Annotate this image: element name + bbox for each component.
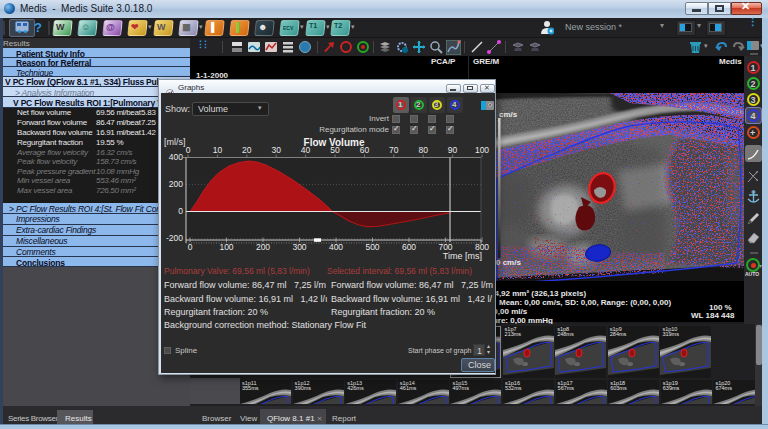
svg-text:40: 40	[301, 145, 311, 155]
svg-text:400: 400	[329, 242, 343, 252]
svg-text:50: 50	[330, 145, 340, 155]
svg-text:200: 200	[256, 242, 270, 252]
svg-text:70: 70	[389, 145, 399, 155]
svg-text:500: 500	[365, 242, 379, 252]
svg-text:100: 100	[219, 242, 233, 252]
svg-text:-200: -200	[166, 233, 183, 243]
svg-text:0: 0	[178, 206, 183, 216]
svg-text:Time [ms]: Time [ms]	[443, 251, 482, 261]
svg-text:0: 0	[186, 145, 191, 155]
svg-text:20: 20	[242, 145, 252, 155]
svg-text:200: 200	[169, 179, 183, 189]
svg-text:80: 80	[418, 145, 428, 155]
svg-text:30: 30	[271, 145, 281, 155]
svg-text:10: 10	[213, 145, 223, 155]
svg-text:[ml/s]: [ml/s]	[164, 137, 186, 147]
svg-text:400: 400	[169, 152, 183, 162]
svg-text:90: 90	[448, 145, 458, 155]
svg-text:300: 300	[292, 242, 306, 252]
svg-text:60: 60	[360, 145, 370, 155]
svg-text:0: 0	[188, 242, 193, 252]
svg-text:600: 600	[402, 242, 416, 252]
svg-text:100: 100	[475, 145, 489, 155]
